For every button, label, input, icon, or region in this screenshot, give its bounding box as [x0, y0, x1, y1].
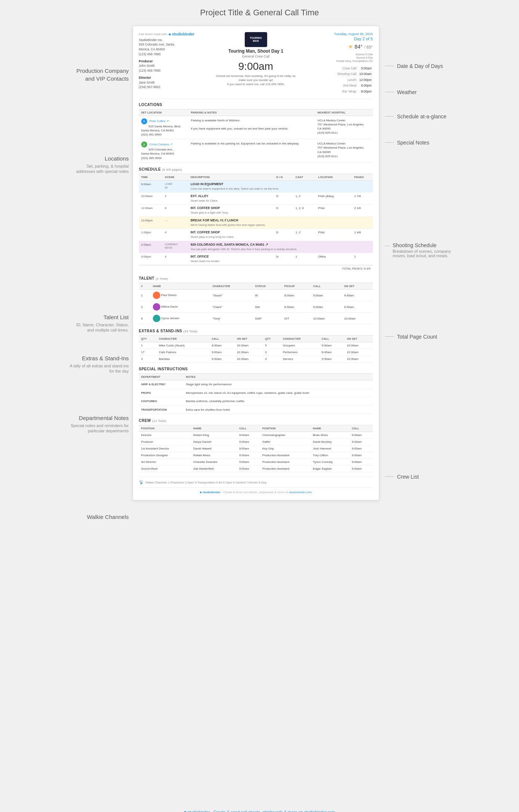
sched-cast: 1, 2, 6 [293, 205, 316, 217]
label-extras-title: Extras & Stand-Ins [65, 354, 129, 362]
table-row: DirectorRobert King9:00am Cinematographe… [139, 432, 373, 439]
walkie-label: Walkie Channels: [146, 481, 167, 484]
schedule-table: TIME SCENE DESCRIPTION D / N CAST LOCATI… [139, 174, 373, 265]
table-row: 1st Assistant DirectorDavid Hatwell9:00a… [139, 445, 373, 452]
talent-header-character: CHARACTER [210, 283, 253, 290]
date-info: Tuesday, August 30, 2015 [313, 32, 373, 36]
dept-name: COSTUMES [139, 397, 184, 406]
doc-header-center: TOURINGMAN Touring Man, Shoot Day 1 Gene… [199, 32, 313, 87]
table-row: 2 Cross Campus ↗ 929 Colorado Ave.,Santa… [139, 139, 373, 163]
instr-header-notes: NOTES [184, 374, 373, 380]
crew-header-pos1: POSITION [139, 425, 191, 432]
loc-address-1: 1 Philz Coffee ↗ 525 Santa Monica, Blvd,… [139, 116, 189, 139]
footer-text: · Create & send call sheets, stripboards… [211, 810, 304, 812]
sb-label: Call Sheet made with [139, 32, 167, 36]
table-row: 2:00pm COMPANYMOVE 929 COLORADO AVE, SAN… [139, 241, 373, 253]
loc-header-location: SET LOCATION [139, 109, 189, 116]
avatar [153, 303, 160, 311]
label-locations-title: Locations [76, 155, 129, 162]
crew-header-name2: NAME [311, 425, 349, 432]
extras-header-qty2: QTY [263, 336, 281, 342]
director-info: Director Jane Smith (234) 567-8901 [139, 75, 199, 90]
sched-cast: 1 [293, 253, 316, 265]
doc-header-right: Tuesday, August 30, 2015 Day 2 of 5 ☀ 84… [313, 32, 373, 95]
label-departmental: Departmental Notes Special notes and rem… [65, 414, 129, 434]
sched-header-pages: PAGES [352, 174, 373, 180]
locations-table: SET LOCATION PARKING & NOTES NEAREST HOS… [139, 109, 373, 163]
sched-header-dn: D / N [274, 174, 293, 180]
label-production-subtitle: and VIP Contacts [76, 75, 129, 83]
right-label-glance-text: Schedule at-a-glance [397, 113, 447, 119]
extras-title: EXTRAS & STAND-INS (33 Total) [139, 329, 373, 333]
label-walkie: Walkie Channels [87, 513, 129, 521]
sched-scene: LOADIN [163, 180, 188, 192]
table-row: 10:00am 2 EXT. ALLEY Stuart waits for Cl… [139, 193, 373, 205]
sched-dn: D [274, 193, 293, 205]
label-locations: Locations Set, parking, & hospital addre… [76, 155, 129, 174]
sched-desc: 929 COLORADO AVE, SANTA MONICA, CA 90401… [188, 241, 352, 253]
sun-icon: ☀ [348, 43, 353, 50]
weather-area: ☀ 84° / 65° [313, 43, 373, 50]
crew-header-pos2: POSITION [260, 425, 311, 432]
extras-header-char1: CHARACTER [157, 336, 209, 342]
sb-logo-area: Call Sheet made with ■ studiobinder [139, 32, 199, 36]
sched-dn: D [274, 205, 293, 217]
label-production-title: Production Company [76, 67, 129, 75]
sched-dn: D [274, 229, 293, 241]
dept-notes: Microphones x3, mic stand x3, DJ equipme… [184, 389, 373, 397]
sched-desc: LOAD IN EQUIPMENT Crew can load in equip… [188, 180, 352, 192]
footer-logo: ■ studiobinder [184, 810, 210, 812]
label-talent-title: Talent List [76, 313, 129, 321]
label-talent-sub: ID, Name, Character, Status, and multipl… [76, 322, 129, 333]
walkie-section: 📡 Walkie Channels: 1-Production 2-Open 3… [139, 477, 373, 484]
right-labels: Date & Day of Days Weather Schedule at-a… [379, 26, 454, 802]
extras-section: EXTRAS & STAND-INS (33 Total) QTY CHARAC… [139, 329, 373, 363]
sched-pages: 2 1/8 [352, 205, 373, 217]
loc-hospital-1: UCLA Medica Center757 Westwood Plaza, Lo… [315, 116, 373, 139]
sched-scene: 6 [163, 205, 188, 217]
general-call-label: General Crew Call [199, 55, 313, 58]
sched-header-scene: SCENE [163, 174, 188, 180]
sched-header-desc: DESCRIPTION [188, 174, 274, 180]
extras-header-onset2: ON SET [345, 336, 373, 342]
extras-header-onset1: ON SET [235, 336, 263, 342]
talent-header-pickup: PICKUP [282, 283, 311, 290]
sched-header-location: LOCATION [316, 174, 352, 180]
label-departmental-title: Departmental Notes [65, 414, 129, 422]
schedule-section: SCHEDULE (6 4/9 pages) TIME SCENE DESCRI… [139, 167, 373, 272]
sched-location: Philz [316, 229, 352, 241]
extras-table: QTY CHARACTER CALL ON SET QTY CHARACTER … [139, 335, 373, 363]
loc-parking-2: Parking is available in the parking lot.… [189, 139, 315, 163]
right-label-weather-text: Weather [397, 89, 417, 95]
sched-desc: BREAK FOR MEAL #1 // LUNCH We're having … [188, 217, 352, 228]
right-label-special-notes: Special Notes [385, 140, 429, 146]
extras-header-call2: CALL [319, 336, 345, 342]
company-info: StudioBinder Inc. 929 Colorado Ave, Sant… [139, 38, 199, 57]
talent-header-status: STATUS [253, 283, 282, 290]
sched-time: 3:00pm [139, 253, 163, 265]
loc-header-parking: PARKING & NOTES [189, 109, 315, 116]
sched-scene: 4 [163, 229, 188, 241]
sched-time: 10:00am [139, 193, 163, 205]
sched-pages: 1 [352, 253, 373, 265]
sched-time: 12:00pm [139, 217, 163, 228]
sched-cast: 1, 2 [293, 229, 316, 241]
talent-title: TALENT (3 Total) [139, 276, 373, 280]
sched-location: Office [316, 253, 352, 265]
main-layout: Production Company and VIP Contacts Loca… [0, 26, 519, 802]
extras-header-char2: CHARACTER [281, 336, 319, 342]
sched-header-time: TIME [139, 174, 163, 180]
right-label-schedule-glance: Schedule at-a-glance [385, 113, 447, 119]
table-row: GRIP & ELECTRIC Stage light setup for pe… [139, 380, 373, 389]
sched-desc: INT. COFFEE SHOP Stuart plays a song son… [188, 229, 274, 241]
loc-parking-1: Parking is available North of Wilshire.I… [189, 116, 315, 139]
doc-header: Call Sheet made with ■ studiobinder Stud… [139, 32, 373, 99]
footer-url: studiobinder.com [304, 810, 335, 812]
sched-pages: 1 4/8 [352, 229, 373, 241]
page-title: Project Title & General Call Time [0, 7, 519, 18]
extras-header-call1: CALL [209, 336, 234, 342]
label-extras-sub: A tally of all extras and stand-ins for … [65, 363, 129, 374]
sched-time: 2:00pm [139, 241, 163, 253]
temp-high: 84° [355, 44, 362, 50]
sched-time: 9:00am [139, 180, 163, 192]
